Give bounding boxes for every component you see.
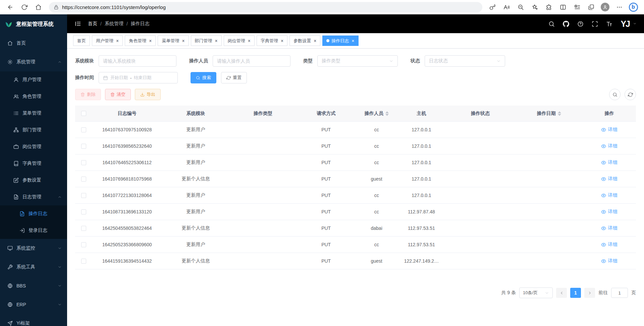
fullscreen-icon[interactable]: [592, 21, 598, 27]
sidebar-item[interactable]: BBS: [0, 276, 67, 295]
tab[interactable]: 首页 ×: [73, 36, 90, 46]
current-page-button[interactable]: 1: [570, 288, 581, 298]
sidebar-item[interactable]: 日志管理: [0, 189, 67, 205]
sidebar-item[interactable]: 岗位管理: [0, 138, 67, 155]
tab-close-icon[interactable]: ×: [248, 39, 251, 43]
row-checkbox[interactable]: [81, 144, 86, 149]
tab[interactable]: 用户管理 ×: [92, 36, 123, 46]
date-range-picker[interactable]: 开始日期 - 结束日期: [99, 72, 178, 83]
tab-close-icon[interactable]: ×: [352, 39, 354, 43]
row-checkbox[interactable]: [81, 259, 86, 264]
detail-link[interactable]: 详细: [601, 159, 617, 166]
sidebar-toggle-icon[interactable]: [74, 20, 81, 27]
status-select[interactable]: 日志状态: [425, 55, 505, 67]
user-avatar-logo[interactable]: YJ: [621, 20, 630, 28]
next-page-button[interactable]: [584, 288, 595, 298]
sidebar-item[interactable]: 操作日志: [0, 205, 67, 222]
goto-page-input[interactable]: [611, 288, 628, 298]
address-bar[interactable]: https://ccnetcore.com:1101/system/log/op…: [49, 2, 482, 12]
delete-button[interactable]: 删除: [75, 89, 101, 100]
tab-close-icon[interactable]: ×: [281, 39, 283, 43]
tab-close-icon[interactable]: ×: [215, 39, 218, 43]
reset-button[interactable]: 重置: [221, 72, 247, 83]
detail-link[interactable]: 详细: [601, 258, 617, 264]
site-info-lock-icon[interactable]: [54, 5, 59, 10]
tab[interactable]: 菜单管理 ×: [158, 36, 189, 46]
browser-home-button[interactable]: [32, 1, 45, 13]
browser-profile-avatar[interactable]: [599, 1, 611, 13]
sort-carets-icon[interactable]: [558, 111, 561, 116]
row-checkbox[interactable]: [81, 177, 86, 182]
type-select[interactable]: 操作类型: [317, 55, 398, 67]
tab-close-icon[interactable]: ×: [314, 39, 316, 43]
tab-close-icon[interactable]: ×: [182, 39, 184, 43]
sidebar-item[interactable]: 首页: [0, 34, 67, 53]
row-checkbox[interactable]: [81, 160, 86, 165]
extensions-icon[interactable]: [543, 1, 555, 13]
tab[interactable]: 字典管理 ×: [257, 36, 287, 46]
detail-link[interactable]: 详细: [601, 209, 617, 215]
sidebar-item[interactable]: 菜单管理: [0, 105, 67, 122]
breadcrumb-home[interactable]: 首页: [88, 21, 97, 27]
detail-link[interactable]: 详细: [601, 176, 617, 182]
sidebar-item[interactable]: ERP: [0, 295, 67, 314]
select-all-checkbox[interactable]: [81, 111, 86, 116]
tab[interactable]: 角色管理 ×: [125, 36, 156, 46]
help-icon[interactable]: [577, 21, 584, 27]
sort-carets-icon[interactable]: [385, 111, 389, 116]
clear-button[interactable]: 清空: [105, 89, 131, 100]
module-input[interactable]: [103, 58, 172, 64]
browser-back-button[interactable]: [3, 1, 17, 13]
tab[interactable]: 操作日志 ×: [322, 36, 358, 46]
favorites-icon[interactable]: [571, 1, 583, 13]
export-button[interactable]: 导出: [135, 89, 161, 100]
detail-link[interactable]: 详细: [601, 143, 617, 149]
sidebar-item[interactable]: Yi框架: [0, 314, 67, 326]
sidebar-item[interactable]: 系统管理: [0, 53, 67, 71]
show-search-toggle-button[interactable]: [609, 89, 621, 100]
sidebar-item[interactable]: 系统工具: [0, 258, 67, 276]
prev-page-button[interactable]: [556, 288, 567, 298]
font-size-icon[interactable]: [606, 21, 612, 27]
collections-icon[interactable]: [585, 1, 597, 13]
row-checkbox[interactable]: [81, 226, 86, 231]
sidebar-item[interactable]: 用户管理: [0, 71, 67, 88]
row-checkbox[interactable]: [81, 193, 86, 198]
sidebar-item[interactable]: 系统监控: [0, 239, 67, 258]
zoom-out-icon[interactable]: [515, 1, 527, 13]
tab[interactable]: 岗位管理 ×: [224, 36, 255, 46]
read-aloud-icon[interactable]: [500, 1, 513, 13]
row-checkbox[interactable]: [81, 127, 86, 132]
sidebar-item[interactable]: 参数设置: [0, 172, 67, 189]
detail-link[interactable]: 详细: [601, 242, 617, 248]
bing-chat-icon[interactable]: b: [627, 1, 639, 13]
add-favorite-icon[interactable]: [529, 1, 541, 13]
sidebar-item[interactable]: 部门管理: [0, 122, 67, 138]
tab-close-icon[interactable]: ×: [149, 39, 152, 43]
browser-refresh-button[interactable]: [17, 1, 31, 13]
operator-input[interactable]: [217, 58, 286, 64]
password-key-icon[interactable]: [486, 1, 498, 13]
detail-link[interactable]: 详细: [601, 127, 617, 133]
tab[interactable]: 参数设置 ×: [289, 36, 320, 46]
github-icon[interactable]: [563, 21, 569, 27]
browser-menu-icon[interactable]: [613, 1, 625, 13]
search-button[interactable]: 搜索: [191, 72, 216, 83]
user-menu-caret-icon[interactable]: [633, 22, 637, 25]
column-header-date[interactable]: 操作日期: [515, 111, 583, 117]
sidebar-item[interactable]: 字典管理: [0, 155, 67, 172]
row-checkbox[interactable]: [81, 209, 86, 214]
search-icon[interactable]: [548, 21, 555, 27]
sidebar-item[interactable]: 登录日志: [0, 222, 67, 239]
refresh-table-button[interactable]: [625, 89, 636, 100]
detail-link[interactable]: 详细: [601, 225, 617, 231]
refresh-icon: [628, 92, 633, 97]
detail-link[interactable]: 详细: [601, 192, 617, 198]
page-size-select[interactable]: 10条/页: [519, 287, 553, 298]
tab-close-icon[interactable]: ×: [116, 39, 119, 43]
sidebar-item[interactable]: 角色管理: [0, 88, 67, 105]
column-header-operator[interactable]: 操作人员: [356, 111, 397, 117]
split-screen-icon[interactable]: [557, 1, 569, 13]
tab[interactable]: 部门管理 ×: [191, 36, 222, 46]
row-checkbox[interactable]: [81, 242, 86, 247]
